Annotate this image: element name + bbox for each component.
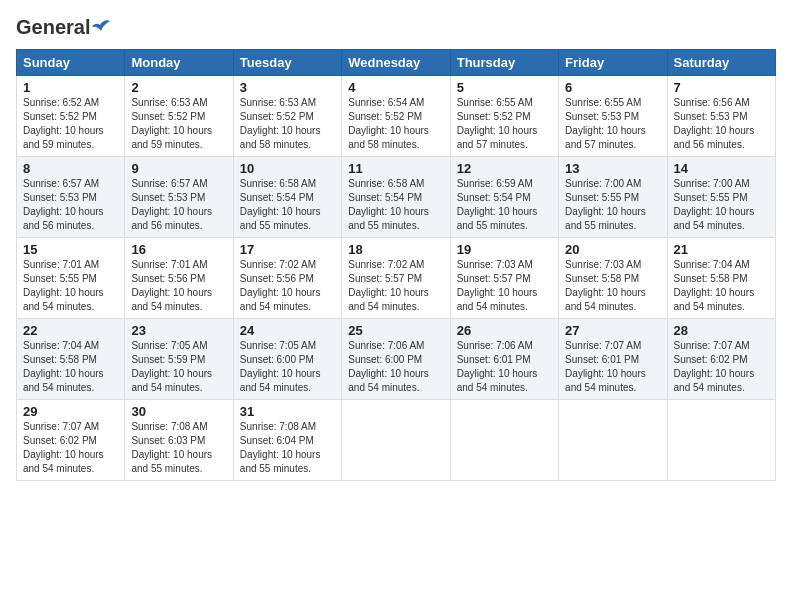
day-info: Sunrise: 7:04 AM Sunset: 5:58 PM Dayligh… <box>23 339 118 395</box>
day-cell-4: 4Sunrise: 6:54 AM Sunset: 5:52 PM Daylig… <box>342 76 450 157</box>
day-cell-29: 29Sunrise: 7:07 AM Sunset: 6:02 PM Dayli… <box>17 400 125 481</box>
day-info: Sunrise: 7:02 AM Sunset: 5:57 PM Dayligh… <box>348 258 443 314</box>
day-info: Sunrise: 7:06 AM Sunset: 6:01 PM Dayligh… <box>457 339 552 395</box>
logo: General <box>16 16 114 39</box>
day-cell-10: 10Sunrise: 6:58 AM Sunset: 5:54 PM Dayli… <box>233 157 341 238</box>
day-cell-14: 14Sunrise: 7:00 AM Sunset: 5:55 PM Dayli… <box>667 157 775 238</box>
day-info: Sunrise: 7:02 AM Sunset: 5:56 PM Dayligh… <box>240 258 335 314</box>
day-info: Sunrise: 7:01 AM Sunset: 5:55 PM Dayligh… <box>23 258 118 314</box>
week-row-2: 8Sunrise: 6:57 AM Sunset: 5:53 PM Daylig… <box>17 157 776 238</box>
day-cell-22: 22Sunrise: 7:04 AM Sunset: 5:58 PM Dayli… <box>17 319 125 400</box>
empty-cell <box>559 400 667 481</box>
day-number: 16 <box>131 242 226 257</box>
day-number: 7 <box>674 80 769 95</box>
day-info: Sunrise: 7:00 AM Sunset: 5:55 PM Dayligh… <box>674 177 769 233</box>
day-info: Sunrise: 7:03 AM Sunset: 5:58 PM Dayligh… <box>565 258 660 314</box>
column-header-saturday: Saturday <box>667 50 775 76</box>
day-cell-28: 28Sunrise: 7:07 AM Sunset: 6:02 PM Dayli… <box>667 319 775 400</box>
day-number: 28 <box>674 323 769 338</box>
column-header-monday: Monday <box>125 50 233 76</box>
day-cell-31: 31Sunrise: 7:08 AM Sunset: 6:04 PM Dayli… <box>233 400 341 481</box>
day-cell-12: 12Sunrise: 6:59 AM Sunset: 5:54 PM Dayli… <box>450 157 558 238</box>
day-info: Sunrise: 6:55 AM Sunset: 5:52 PM Dayligh… <box>457 96 552 152</box>
day-number: 29 <box>23 404 118 419</box>
day-number: 8 <box>23 161 118 176</box>
day-cell-24: 24Sunrise: 7:05 AM Sunset: 6:00 PM Dayli… <box>233 319 341 400</box>
day-info: Sunrise: 7:01 AM Sunset: 5:56 PM Dayligh… <box>131 258 226 314</box>
day-number: 30 <box>131 404 226 419</box>
day-number: 19 <box>457 242 552 257</box>
week-row-4: 22Sunrise: 7:04 AM Sunset: 5:58 PM Dayli… <box>17 319 776 400</box>
week-row-5: 29Sunrise: 7:07 AM Sunset: 6:02 PM Dayli… <box>17 400 776 481</box>
day-number: 23 <box>131 323 226 338</box>
day-number: 18 <box>348 242 443 257</box>
day-cell-13: 13Sunrise: 7:00 AM Sunset: 5:55 PM Dayli… <box>559 157 667 238</box>
column-header-sunday: Sunday <box>17 50 125 76</box>
day-info: Sunrise: 7:07 AM Sunset: 6:02 PM Dayligh… <box>674 339 769 395</box>
column-header-thursday: Thursday <box>450 50 558 76</box>
week-row-3: 15Sunrise: 7:01 AM Sunset: 5:55 PM Dayli… <box>17 238 776 319</box>
day-cell-16: 16Sunrise: 7:01 AM Sunset: 5:56 PM Dayli… <box>125 238 233 319</box>
day-cell-20: 20Sunrise: 7:03 AM Sunset: 5:58 PM Dayli… <box>559 238 667 319</box>
day-cell-18: 18Sunrise: 7:02 AM Sunset: 5:57 PM Dayli… <box>342 238 450 319</box>
day-number: 5 <box>457 80 552 95</box>
day-number: 31 <box>240 404 335 419</box>
day-number: 13 <box>565 161 660 176</box>
day-info: Sunrise: 7:00 AM Sunset: 5:55 PM Dayligh… <box>565 177 660 233</box>
empty-cell <box>667 400 775 481</box>
day-info: Sunrise: 6:58 AM Sunset: 5:54 PM Dayligh… <box>348 177 443 233</box>
day-info: Sunrise: 7:03 AM Sunset: 5:57 PM Dayligh… <box>457 258 552 314</box>
empty-cell <box>450 400 558 481</box>
day-info: Sunrise: 6:57 AM Sunset: 5:53 PM Dayligh… <box>131 177 226 233</box>
day-info: Sunrise: 7:07 AM Sunset: 6:01 PM Dayligh… <box>565 339 660 395</box>
empty-cell <box>342 400 450 481</box>
day-number: 17 <box>240 242 335 257</box>
day-info: Sunrise: 7:07 AM Sunset: 6:02 PM Dayligh… <box>23 420 118 476</box>
calendar-header-row: SundayMondayTuesdayWednesdayThursdayFrid… <box>17 50 776 76</box>
day-number: 6 <box>565 80 660 95</box>
day-info: Sunrise: 6:56 AM Sunset: 5:53 PM Dayligh… <box>674 96 769 152</box>
day-info: Sunrise: 6:52 AM Sunset: 5:52 PM Dayligh… <box>23 96 118 152</box>
day-info: Sunrise: 6:53 AM Sunset: 5:52 PM Dayligh… <box>240 96 335 152</box>
day-number: 1 <box>23 80 118 95</box>
day-number: 10 <box>240 161 335 176</box>
day-info: Sunrise: 7:05 AM Sunset: 5:59 PM Dayligh… <box>131 339 226 395</box>
day-number: 9 <box>131 161 226 176</box>
column-header-wednesday: Wednesday <box>342 50 450 76</box>
day-cell-25: 25Sunrise: 7:06 AM Sunset: 6:00 PM Dayli… <box>342 319 450 400</box>
day-cell-3: 3Sunrise: 6:53 AM Sunset: 5:52 PM Daylig… <box>233 76 341 157</box>
day-cell-9: 9Sunrise: 6:57 AM Sunset: 5:53 PM Daylig… <box>125 157 233 238</box>
day-cell-5: 5Sunrise: 6:55 AM Sunset: 5:52 PM Daylig… <box>450 76 558 157</box>
day-number: 4 <box>348 80 443 95</box>
calendar-table: SundayMondayTuesdayWednesdayThursdayFrid… <box>16 49 776 481</box>
day-number: 14 <box>674 161 769 176</box>
day-cell-2: 2Sunrise: 6:53 AM Sunset: 5:52 PM Daylig… <box>125 76 233 157</box>
day-cell-15: 15Sunrise: 7:01 AM Sunset: 5:55 PM Dayli… <box>17 238 125 319</box>
day-info: Sunrise: 6:54 AM Sunset: 5:52 PM Dayligh… <box>348 96 443 152</box>
page-header: General <box>16 16 776 39</box>
day-number: 15 <box>23 242 118 257</box>
day-number: 21 <box>674 242 769 257</box>
day-cell-21: 21Sunrise: 7:04 AM Sunset: 5:58 PM Dayli… <box>667 238 775 319</box>
day-number: 25 <box>348 323 443 338</box>
day-number: 22 <box>23 323 118 338</box>
day-info: Sunrise: 6:55 AM Sunset: 5:53 PM Dayligh… <box>565 96 660 152</box>
day-info: Sunrise: 7:04 AM Sunset: 5:58 PM Dayligh… <box>674 258 769 314</box>
day-number: 2 <box>131 80 226 95</box>
day-cell-30: 30Sunrise: 7:08 AM Sunset: 6:03 PM Dayli… <box>125 400 233 481</box>
logo-general-text: General <box>16 16 90 39</box>
day-number: 11 <box>348 161 443 176</box>
column-header-tuesday: Tuesday <box>233 50 341 76</box>
day-cell-26: 26Sunrise: 7:06 AM Sunset: 6:01 PM Dayli… <box>450 319 558 400</box>
day-info: Sunrise: 7:08 AM Sunset: 6:03 PM Dayligh… <box>131 420 226 476</box>
day-info: Sunrise: 7:06 AM Sunset: 6:00 PM Dayligh… <box>348 339 443 395</box>
day-cell-11: 11Sunrise: 6:58 AM Sunset: 5:54 PM Dayli… <box>342 157 450 238</box>
day-cell-19: 19Sunrise: 7:03 AM Sunset: 5:57 PM Dayli… <box>450 238 558 319</box>
day-info: Sunrise: 7:05 AM Sunset: 6:00 PM Dayligh… <box>240 339 335 395</box>
day-info: Sunrise: 6:58 AM Sunset: 5:54 PM Dayligh… <box>240 177 335 233</box>
day-info: Sunrise: 6:57 AM Sunset: 5:53 PM Dayligh… <box>23 177 118 233</box>
day-number: 3 <box>240 80 335 95</box>
day-cell-6: 6Sunrise: 6:55 AM Sunset: 5:53 PM Daylig… <box>559 76 667 157</box>
day-info: Sunrise: 7:08 AM Sunset: 6:04 PM Dayligh… <box>240 420 335 476</box>
logo-bird-icon <box>92 19 114 37</box>
